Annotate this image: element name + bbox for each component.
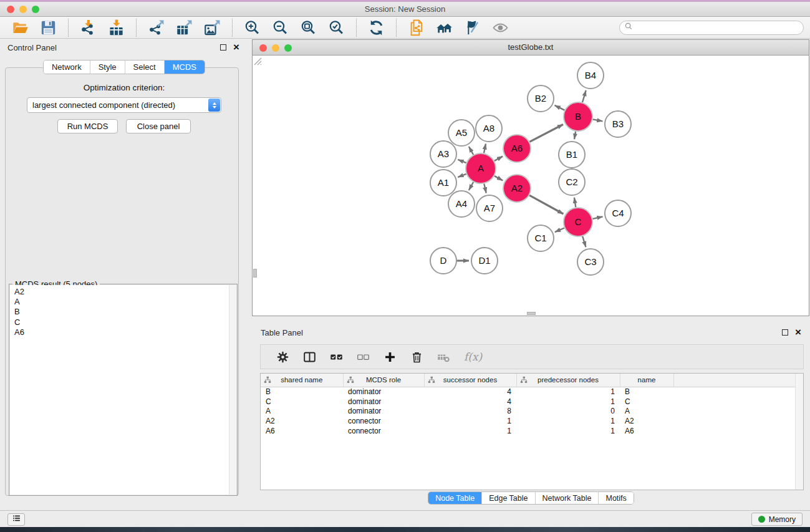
function-builder-button[interactable]: f(x) xyxy=(464,351,482,363)
node-A8[interactable]: A8 xyxy=(476,115,502,142)
edge-B-B1[interactable] xyxy=(574,132,576,140)
mcds-result-item[interactable]: A xyxy=(10,297,236,307)
tab-mcds[interactable]: MCDS xyxy=(164,60,205,74)
export-table-button[interactable] xyxy=(176,19,193,36)
node-C4[interactable]: C4 xyxy=(605,200,631,226)
eye-button[interactable] xyxy=(492,19,509,36)
tab-motifs[interactable]: Motifs xyxy=(598,492,633,504)
edge-B-B4[interactable] xyxy=(582,90,586,102)
table-row[interactable]: Bdominator41B xyxy=(261,387,795,397)
cell[interactable]: A2 xyxy=(261,416,343,426)
node-A2[interactable]: A2 xyxy=(503,175,531,202)
close-panel-button[interactable]: Close panel xyxy=(126,119,191,133)
tab-network-table[interactable]: Network Table xyxy=(535,492,599,504)
import-network-button[interactable] xyxy=(80,19,97,36)
cell[interactable]: 4 xyxy=(424,387,516,397)
float-panel-icon[interactable] xyxy=(220,44,226,51)
table-settings-button[interactable] xyxy=(276,351,289,364)
column-header-MCDS-role[interactable]: MCDS role xyxy=(343,374,424,387)
node-B4[interactable]: B4 xyxy=(577,62,604,89)
tab-edge-table[interactable]: Edge Table xyxy=(481,492,534,504)
import-table-button[interactable] xyxy=(108,19,125,36)
node-D1[interactable]: D1 xyxy=(471,248,498,274)
table-row[interactable]: A6connector11A6 xyxy=(261,426,795,436)
cell[interactable]: C xyxy=(620,397,673,407)
cell[interactable]: 8 xyxy=(424,406,516,416)
node-A4[interactable]: A4 xyxy=(448,191,475,217)
cell[interactable]: B xyxy=(261,387,343,397)
search-input[interactable] xyxy=(634,23,801,33)
node-A1[interactable]: A1 xyxy=(430,170,456,196)
edge-C-C3[interactable] xyxy=(582,236,586,247)
cell[interactable]: 4 xyxy=(424,397,516,407)
home-button[interactable] xyxy=(436,19,453,36)
edge-A-A2[interactable] xyxy=(494,176,503,180)
mcds-result-item[interactable]: A6 xyxy=(10,327,236,337)
edge-A-A4[interactable] xyxy=(469,182,473,190)
criterion-dropdown[interactable]: largest connected component (directed) xyxy=(27,97,221,113)
mcds-result-item[interactable]: A2 xyxy=(10,287,236,297)
node-C1[interactable]: C1 xyxy=(528,225,554,251)
edge-A-A5[interactable] xyxy=(469,147,473,155)
table-row[interactable]: Adominator80A xyxy=(261,406,795,416)
delete-column-button[interactable] xyxy=(410,351,423,364)
save-session-button[interactable] xyxy=(40,19,57,36)
cell[interactable]: dominator xyxy=(343,387,424,397)
tab-style[interactable]: Style xyxy=(90,60,125,74)
deselect-all-button[interactable] xyxy=(357,351,370,364)
result-list-scrollbar[interactable] xyxy=(229,285,236,495)
canvas-vertical-scrollbar[interactable] xyxy=(253,269,257,278)
cell[interactable]: 1 xyxy=(516,426,620,436)
node-C2[interactable]: C2 xyxy=(559,169,585,195)
cell[interactable]: A6 xyxy=(620,426,673,436)
cell[interactable]: 1 xyxy=(516,397,620,407)
tab-select[interactable]: Select xyxy=(125,60,164,74)
node-A[interactable]: A xyxy=(466,153,496,183)
network-canvas[interactable]: B4B2BB3A8A5A6B1A3AC2A1A2A4A7C4CC1C3DD1 xyxy=(253,56,809,316)
node-A7[interactable]: A7 xyxy=(476,195,503,221)
cell[interactable]: 1 xyxy=(424,416,516,426)
edge-A-A3[interactable] xyxy=(458,160,466,163)
node-D[interactable]: D xyxy=(430,248,456,274)
node-A6[interactable]: A6 xyxy=(503,135,531,162)
column-header-predecessor-nodes[interactable]: predecessor nodes xyxy=(516,374,620,387)
mcds-result-item[interactable]: C xyxy=(10,317,236,327)
edge-B-B2[interactable] xyxy=(555,105,565,110)
search-box[interactable] xyxy=(619,21,804,35)
node-B2[interactable]: B2 xyxy=(528,85,554,112)
node-B1[interactable]: B1 xyxy=(559,142,585,168)
column-header-successor-nodes[interactable]: successor nodes xyxy=(424,374,516,387)
copy-network-button[interactable] xyxy=(408,19,425,36)
edge-A6-B[interactable] xyxy=(529,125,563,142)
cell[interactable]: dominator xyxy=(343,397,424,407)
node-B3[interactable]: B3 xyxy=(605,111,631,137)
zoom-selected-button[interactable] xyxy=(328,19,345,36)
node-A5[interactable]: A5 xyxy=(448,120,475,146)
cell[interactable]: connector xyxy=(343,416,424,426)
tab-network[interactable]: Network xyxy=(44,60,90,74)
cell[interactable]: B xyxy=(620,387,673,397)
select-all-button[interactable] xyxy=(330,351,343,364)
cell[interactable]: 1 xyxy=(516,387,620,397)
delete-table-button[interactable] xyxy=(437,351,450,364)
table-row[interactable]: Cdominator41C xyxy=(261,397,795,407)
cell[interactable]: A xyxy=(620,406,673,416)
edge-A2-C[interactable] xyxy=(529,195,563,214)
close-panel-icon[interactable]: × xyxy=(233,44,239,51)
zoom-fit-button[interactable] xyxy=(300,19,317,36)
memory-button[interactable]: Memory xyxy=(751,513,803,526)
resize-grip-icon[interactable] xyxy=(253,56,262,65)
refresh-view-button[interactable] xyxy=(368,19,385,36)
close-table-panel-icon[interactable]: × xyxy=(795,329,801,336)
edge-C-C1[interactable] xyxy=(555,228,564,233)
cell[interactable]: C xyxy=(261,397,343,407)
cell[interactable]: connector xyxy=(343,426,424,436)
node-C[interactable]: C xyxy=(564,208,592,236)
edge-B-B3[interactable] xyxy=(593,119,603,121)
zoom-in-button[interactable] xyxy=(244,19,261,36)
export-image-button[interactable] xyxy=(204,19,221,36)
edge-C-C2[interactable] xyxy=(574,198,576,208)
column-header-name[interactable]: name xyxy=(620,374,673,387)
graphics-details-button[interactable] xyxy=(464,19,481,36)
cell[interactable]: 0 xyxy=(516,406,620,416)
